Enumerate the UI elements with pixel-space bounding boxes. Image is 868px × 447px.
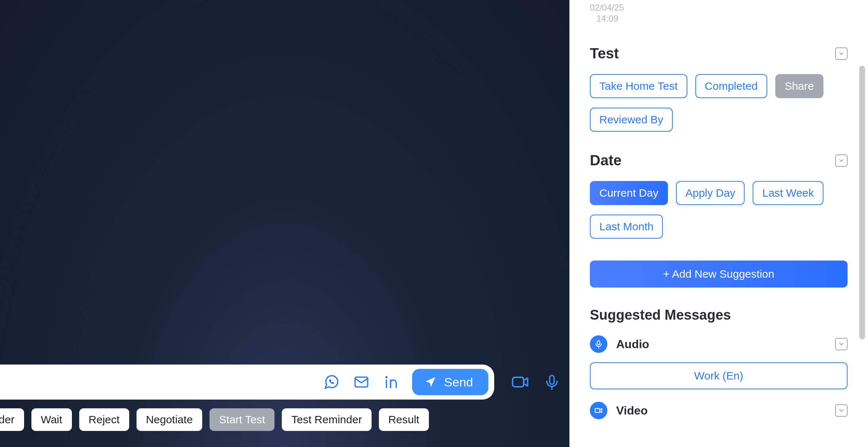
svg-rect-4: [512, 377, 523, 387]
side-panel: 02/04/25 14:09 Test Take Home Test Compl…: [569, 0, 868, 447]
add-suggestion-button[interactable]: + Add New Suggestion: [590, 261, 848, 288]
timestamp-date: 02/04/25: [590, 2, 848, 13]
section-title-test: Test: [590, 45, 619, 62]
send-label: Send: [444, 375, 473, 389]
video-icon[interactable]: [510, 372, 531, 392]
svg-point-1: [385, 376, 387, 378]
chip-minder[interactable]: minder: [0, 408, 24, 431]
tag-current-day[interactable]: Current Day: [590, 181, 668, 205]
chevron-down-icon[interactable]: [835, 338, 848, 350]
chip-start-test[interactable]: Start Test: [210, 408, 274, 431]
svg-rect-7: [598, 340, 600, 345]
tag-reviewed-by[interactable]: Reviewed By: [590, 108, 673, 132]
linkedin-icon[interactable]: [382, 373, 400, 391]
chip-negotiate[interactable]: Negotiate: [137, 408, 202, 431]
section-title-date: Date: [590, 152, 622, 169]
date-tags-2: Last Month: [590, 215, 848, 239]
suggested-messages-title: Suggested Messages: [590, 307, 848, 323]
section-header-date: Date: [590, 152, 848, 169]
date-tags: Current Day Apply Day Last Week: [590, 181, 848, 205]
chevron-down-icon[interactable]: [835, 47, 848, 60]
chevron-down-icon[interactable]: [835, 154, 848, 167]
composer-row: Send: [0, 365, 569, 408]
mic-icon: [590, 335, 607, 353]
suggested-video-row: Video: [590, 402, 848, 419]
mic-icon[interactable]: [542, 372, 562, 392]
send-icon: [424, 375, 437, 389]
chip-wait[interactable]: Wait: [31, 408, 72, 431]
video-icon: [590, 402, 607, 419]
suggested-audio-label: Audio: [616, 338, 649, 351]
chat-panel: Send minder Wait Reject Negotiate Start …: [0, 0, 569, 447]
test-tags-2: Reviewed By: [590, 108, 848, 132]
work-en-button[interactable]: Work (En): [590, 362, 848, 389]
svg-rect-5: [550, 375, 554, 384]
send-button[interactable]: Send: [412, 369, 488, 395]
email-icon[interactable]: [352, 373, 370, 391]
tag-last-month[interactable]: Last Month: [590, 215, 663, 239]
media-icons: [510, 372, 562, 392]
chevron-down-icon[interactable]: [835, 404, 848, 417]
section-header-test: Test: [590, 45, 848, 62]
action-chips-row: minder Wait Reject Negotiate Start Test …: [0, 408, 569, 447]
message-composer[interactable]: Send: [0, 365, 494, 400]
scrollbar[interactable]: [859, 66, 865, 339]
tag-share[interactable]: Share: [775, 74, 823, 98]
tag-last-week[interactable]: Last Week: [753, 181, 823, 205]
timestamp-time: 14:09: [590, 13, 848, 24]
svg-rect-9: [595, 409, 600, 413]
tag-completed[interactable]: Completed: [695, 74, 767, 98]
suggested-audio-row: Audio: [590, 335, 848, 353]
tag-take-home-test[interactable]: Take Home Test: [590, 74, 687, 98]
timestamp: 02/04/25 14:09: [590, 2, 848, 24]
whatsapp-icon[interactable]: [322, 373, 341, 391]
chip-reject[interactable]: Reject: [79, 408, 129, 431]
test-tags: Take Home Test Completed Share: [590, 74, 848, 98]
tag-apply-day[interactable]: Apply Day: [676, 181, 745, 205]
chip-test-reminder[interactable]: Test Reminder: [282, 408, 371, 431]
chip-result[interactable]: Result: [379, 408, 429, 431]
suggested-video-label: Video: [616, 404, 648, 417]
